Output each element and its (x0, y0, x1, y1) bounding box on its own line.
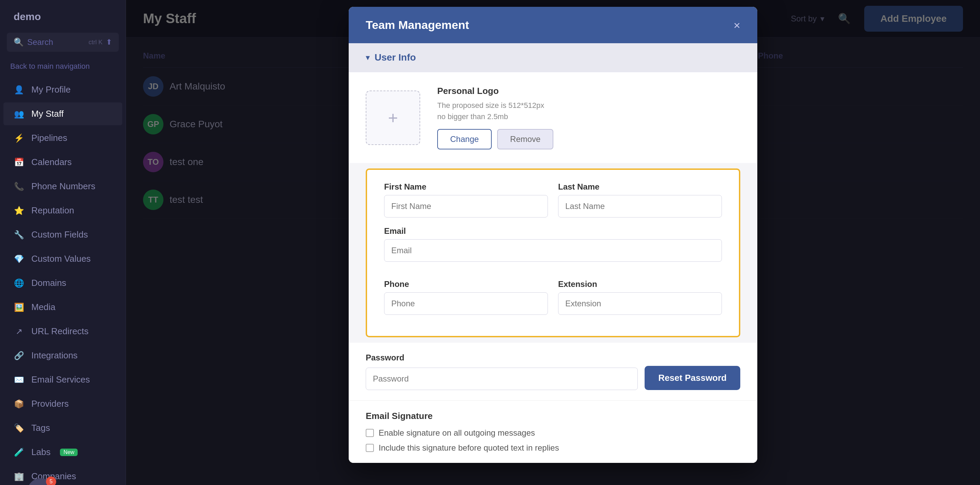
signature-checkbox-1[interactable] (366, 429, 374, 437)
chat-badge: 5 (46, 477, 56, 485)
phone-input[interactable] (384, 293, 548, 315)
first-name-group: First Name (384, 182, 548, 218)
modal-title: Team Management (366, 18, 469, 32)
reset-password-button[interactable]: Reset Password (644, 366, 740, 390)
companies-icon: 🏢 (14, 472, 24, 481)
extension-group: Extension (558, 280, 722, 315)
email-label: Email (384, 226, 722, 236)
sidebar-label-email-services: Email Services (31, 374, 90, 385)
tags-icon: 🏷️ (14, 423, 24, 433)
sidebar-label-custom-values: Custom Values (31, 254, 91, 264)
first-name-label: First Name (384, 182, 548, 192)
extension-input[interactable] (558, 293, 722, 315)
search-icon: 🔍 (14, 37, 24, 47)
my-staff-icon: 👥 (14, 109, 24, 119)
phone-label: Phone (384, 280, 548, 289)
phone-row: Phone Extension (384, 280, 722, 315)
logo-action-buttons: Change Remove (437, 129, 553, 149)
search-extra-icon: ⬆ (106, 38, 112, 47)
email-services-icon: ✉️ (14, 375, 24, 385)
change-logo-button[interactable]: Change (437, 129, 492, 149)
chevron-down-icon: ▾ (366, 53, 370, 62)
sidebar: demo 🔍 Search ctrl K ⬆ Back to main navi… (0, 0, 126, 485)
sidebar-item-reputation[interactable]: ⭐ Reputation (3, 199, 122, 222)
url-redirects-icon: ↗ (14, 327, 24, 336)
sidebar-label-calendars: Calendars (31, 157, 72, 167)
password-area: Password Reset Password (349, 343, 757, 400)
sidebar-label-reputation: Reputation (31, 205, 74, 216)
sidebar-item-domains[interactable]: 🌐 Domains (3, 272, 122, 294)
last-name-input[interactable] (558, 195, 722, 218)
integrations-icon: 🔗 (14, 351, 24, 361)
sidebar-item-providers[interactable]: 📦 Providers (3, 393, 122, 415)
checkbox-label-2: Include this signature before quoted tex… (379, 443, 559, 453)
search-bar[interactable]: 🔍 Search ctrl K ⬆ (7, 33, 119, 52)
sidebar-item-companies[interactable]: 🏢 Companies (3, 465, 122, 485)
checkbox-row-1[interactable]: Enable signature on all outgoing message… (366, 428, 740, 438)
email-input[interactable] (384, 239, 722, 262)
email-group: Email (384, 226, 722, 270)
my-profile-icon: 👤 (14, 85, 24, 95)
phone-group: Phone (384, 280, 548, 315)
back-navigation[interactable]: Back to main navigation (0, 59, 126, 78)
main-content: My Staff Sort by ▾ 🔍 Add Employee Name P… (126, 0, 980, 485)
search-shortcut: ctrl K (89, 39, 102, 46)
sidebar-item-pipelines[interactable]: ⚡ Pipelines (3, 127, 122, 149)
sidebar-label-domains: Domains (31, 278, 67, 288)
user-info-form: First Name Last Name Email (366, 169, 740, 337)
sidebar-item-my-profile[interactable]: 👤 My Profile (3, 78, 122, 101)
modal-header: Team Management × (349, 7, 757, 43)
logo-upload-area: + Personal Logo The proposed size is 512… (349, 72, 757, 163)
upload-plus-icon: + (388, 108, 398, 128)
checkbox-row-2[interactable]: Include this signature before quoted tex… (366, 443, 740, 453)
sidebar-item-custom-values[interactable]: 💎 Custom Values (3, 247, 122, 270)
media-icon: 🖼️ (14, 302, 24, 312)
app-logo: demo (0, 0, 126, 29)
domains-icon: 🌐 (14, 278, 24, 288)
reputation-icon: ⭐ (14, 206, 24, 215)
sidebar-item-my-staff[interactable]: 👥 My Staff (3, 102, 122, 125)
labs-new-badge: New (60, 448, 78, 456)
sidebar-label-integrations: Integrations (31, 350, 78, 361)
sidebar-label-my-staff: My Staff (31, 108, 64, 119)
custom-fields-icon: 🔧 (14, 230, 24, 240)
search-label: Search (27, 37, 53, 47)
last-name-label: Last Name (558, 182, 722, 192)
phone-numbers-icon: 📞 (14, 182, 24, 191)
sidebar-item-custom-fields[interactable]: 🔧 Custom Fields (3, 223, 122, 246)
sidebar-item-url-redirects[interactable]: ↗ URL Redirects (3, 320, 122, 343)
logo-info: Personal Logo The proposed size is 512*5… (437, 86, 553, 149)
sidebar-item-phone-numbers[interactable]: 📞 Phone Numbers (3, 175, 122, 198)
password-label: Password (366, 353, 740, 363)
providers-icon: 📦 (14, 399, 24, 409)
password-group: Password Reset Password (366, 353, 740, 390)
logo-title: Personal Logo (437, 86, 553, 96)
sidebar-item-integrations[interactable]: 🔗 Integrations (3, 344, 122, 367)
user-info-title: User Info (375, 52, 416, 63)
user-info-section-header[interactable]: ▾ User Info (349, 43, 757, 72)
email-signature-area: Email Signature Enable signature on all … (349, 400, 757, 463)
logo-description: The proposed size is 512*512px no bigger… (437, 100, 553, 122)
sidebar-item-tags[interactable]: 🏷️ Tags (3, 417, 122, 439)
sidebar-label-tags: Tags (31, 423, 50, 433)
first-name-input[interactable] (384, 195, 548, 218)
sidebar-item-media[interactable]: 🖼️ Media (3, 296, 122, 318)
sidebar-label-media: Media (31, 302, 56, 312)
password-input[interactable] (366, 367, 638, 390)
sidebar-label-pipelines: Pipelines (31, 133, 67, 143)
logo-upload-box[interactable]: + (366, 91, 420, 145)
sidebar-item-calendars[interactable]: 📅 Calendars (3, 151, 122, 173)
modal-close-button[interactable]: × (733, 19, 740, 31)
last-name-group: Last Name (558, 182, 722, 218)
checkbox-label-1: Enable signature on all outgoing message… (379, 428, 535, 438)
sidebar-label-custom-fields: Custom Fields (31, 229, 88, 240)
sidebar-item-email-services[interactable]: ✉️ Email Services (3, 368, 122, 391)
remove-logo-button[interactable]: Remove (497, 129, 553, 149)
sidebar-item-labs[interactable]: 🧪 Labs New (3, 441, 122, 464)
labs-icon: 🧪 (14, 448, 24, 457)
signature-checkbox-2[interactable] (366, 444, 374, 452)
team-management-modal: Team Management × ▾ User Info + Personal… (349, 7, 757, 463)
custom-values-icon: 💎 (14, 254, 24, 264)
pipelines-icon: ⚡ (14, 134, 24, 143)
modal-body: ▾ User Info + Personal Logo The proposed… (349, 43, 757, 463)
